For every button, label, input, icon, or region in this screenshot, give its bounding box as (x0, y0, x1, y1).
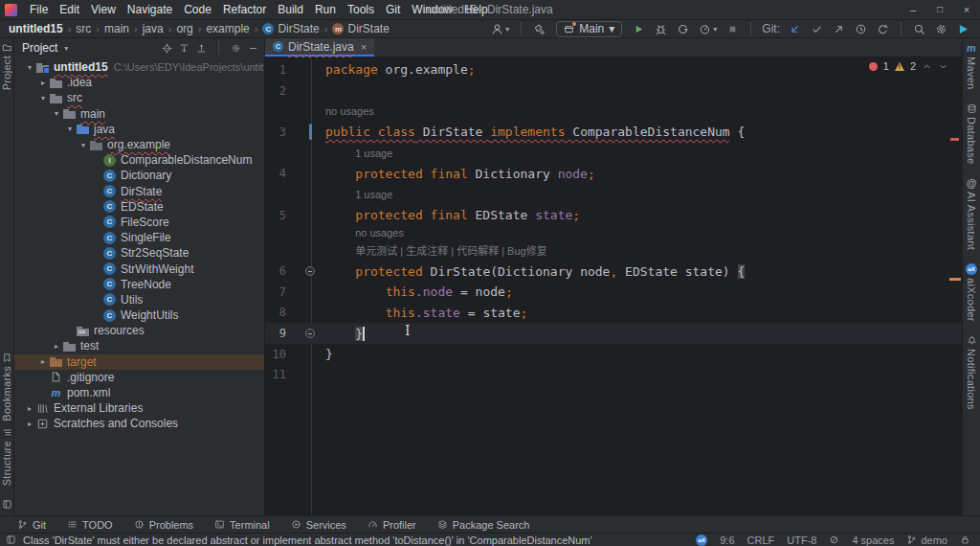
inlay-hint[interactable]: no usages (265, 226, 962, 240)
tool-button-problems[interactable]: Problems (134, 519, 193, 531)
prev-problem-button[interactable] (922, 61, 932, 72)
tree-item-str2seqstate[interactable]: CStr2SeqState (14, 245, 264, 261)
coverage-button[interactable] (674, 22, 692, 36)
tree-item-idea[interactable]: ▸.idea (14, 75, 264, 90)
fold-marker-icon[interactable] (305, 266, 315, 276)
status-9-6[interactable]: 9:6 (720, 535, 734, 546)
breadcrumb-dirstate[interactable]: CDirState (261, 22, 320, 35)
code-line-4[interactable]: 4 protected final Dictionary node; (265, 163, 962, 184)
tree-item-untitled15[interactable]: ▾untitled15C:\Users\EDY\IdeaProjects\unt… (14, 59, 264, 75)
code-line-5[interactable]: 5 protected final EDState state; (265, 205, 962, 226)
code-line-3[interactable]: 3public class DirState implements Compar… (265, 122, 962, 143)
menu-refactor[interactable]: Refactor (217, 3, 272, 16)
tree-item-org-example[interactable]: ▾org.example (14, 137, 264, 152)
tree-item-strwithweight[interactable]: CStrWithWeight (14, 261, 264, 276)
tree-item-utils[interactable]: CUtils (14, 292, 264, 307)
tree-item-dirstate[interactable]: CDirState (14, 184, 264, 199)
settings-button[interactable] (932, 22, 950, 36)
tool-button-package-search[interactable]: Package Search (437, 519, 530, 531)
menu-file[interactable]: File (24, 3, 54, 16)
code-line-1[interactable]: 1package org.example; (265, 59, 962, 80)
code-line-2[interactable]: 2 (265, 80, 962, 102)
breadcrumb-src[interactable]: src (75, 22, 92, 35)
plugin-logo-icon[interactable] (954, 22, 972, 36)
status-4-spaces[interactable]: 4 spaces (852, 535, 894, 546)
tool-button-terminal[interactable]: Terminal (214, 519, 270, 531)
tool-strip-project[interactable]: Project (1, 42, 12, 90)
rollback-button[interactable] (874, 22, 892, 36)
inlay-hint[interactable]: 1 usage (265, 143, 962, 164)
tool-strip-database[interactable]: Database (966, 103, 977, 165)
inlay-hint-text[interactable]: 1 usage (355, 148, 392, 159)
tool-window-layout-icon[interactable] (6, 535, 16, 545)
tree-item-weightutils[interactable]: CWeightUtils (14, 307, 264, 323)
inlay-hint-text[interactable]: 1 usage (355, 189, 392, 200)
git-commit-button[interactable] (808, 22, 826, 36)
tree-item-gitignore[interactable]: .gitignore (14, 370, 264, 385)
collapse-all-button[interactable] (196, 43, 207, 54)
menu-edit[interactable]: Edit (54, 3, 85, 16)
menu-run[interactable]: Run (309, 3, 342, 16)
search-everywhere-button[interactable] (910, 22, 928, 36)
inlay-hint[interactable]: 1 usage (265, 184, 962, 205)
status-demo[interactable]: demo (906, 535, 947, 546)
tab-dirstate-java[interactable]: C DirState.java × (265, 38, 374, 57)
tree-item-dictionary[interactable]: CDictionary (14, 168, 264, 183)
build-button[interactable] (530, 22, 548, 36)
tree-item-edstate[interactable]: CEDState (14, 199, 264, 215)
menu-view[interactable]: View (85, 3, 122, 16)
tool-button-services[interactable]: Services (291, 519, 346, 531)
breadcrumb-main[interactable]: main (103, 22, 130, 35)
minimize-button[interactable]: – (900, 0, 926, 19)
inlay-hint-text[interactable]: 单元测试 | 生成注释 | 代码解释 | Bug修复 (355, 242, 546, 258)
tree-item-resources[interactable]: resources (14, 323, 264, 338)
menu-navigate[interactable]: Navigate (122, 3, 178, 16)
code-line-6[interactable]: 6 protected DirState(Dictionary node, ED… (265, 261, 962, 282)
tree-item-java[interactable]: ▾java (14, 122, 264, 137)
tool-strip-structure[interactable]: Structure (1, 427, 12, 486)
menu-git[interactable]: Git (380, 3, 406, 16)
fold-marker-icon[interactable] (305, 329, 315, 338)
tree-item-comparabledistancenum[interactable]: IComparableDistanceNum (14, 152, 264, 168)
inlay-hint-text[interactable]: no usages (325, 105, 374, 117)
tool-strip-maven[interactable]: mMaven (966, 43, 977, 90)
tree-item-test[interactable]: ▸test (14, 338, 264, 353)
inspections-widget[interactable]: 1 2 (869, 60, 948, 72)
tool-strip-ai-assistant[interactable]: @AI Assistant (966, 177, 977, 250)
code-line-9[interactable]: 9 } (265, 323, 962, 344)
tree-item-src[interactable]: ▾src (14, 90, 264, 105)
chevron-down-icon[interactable]: ▾ (64, 44, 68, 53)
tool-button-todo[interactable]: TODO (67, 519, 113, 531)
code-editor[interactable]: 1package org.example;2no usages3public c… (265, 57, 962, 515)
breadcrumb-dirstate[interactable]: mDirState (331, 22, 390, 35)
stop-button[interactable] (724, 22, 742, 36)
history-button[interactable] (852, 22, 870, 36)
tree-item-main[interactable]: ▾main (14, 106, 264, 122)
run-config-selector[interactable]: Main ▾ (556, 21, 622, 37)
menu-tools[interactable]: Tools (342, 3, 380, 16)
breadcrumb-org[interactable]: org (175, 22, 193, 35)
tree-item-pom-xml[interactable]: mpom.xml (14, 385, 264, 400)
error-stripe-mark[interactable] (950, 138, 959, 141)
debug-button[interactable] (652, 22, 670, 36)
tree-item-singlefile[interactable]: CSingleFile (14, 230, 264, 245)
code-line-10[interactable]: 10} (265, 344, 962, 365)
tool-button-profiler[interactable]: Profiler (368, 519, 416, 531)
inlay-hint[interactable]: no usages (265, 101, 962, 122)
menu-build[interactable]: Build (272, 3, 309, 16)
breadcrumb-java[interactable]: java (142, 22, 165, 35)
status-ax[interactable]: aX (696, 535, 707, 546)
project-panel-title[interactable]: Project (22, 41, 57, 55)
git-push-button[interactable] (830, 22, 848, 36)
tab-close-icon[interactable]: × (361, 41, 367, 53)
tool-strip-bookmarks[interactable]: Bookmarks (1, 353, 12, 421)
tree-item-treenode[interactable]: CTreeNode (14, 277, 264, 292)
code-line-7[interactable]: 7 this.node = node; (265, 282, 962, 303)
status-utf-8[interactable]: UTF-8 (787, 535, 816, 546)
git-update-button[interactable] (786, 22, 804, 36)
tree-item-scratches-and-consoles[interactable]: ▸Scratches and Consoles (14, 416, 264, 431)
breadcrumb-untitled15[interactable]: untitled15 (8, 22, 64, 35)
warning-stripe-mark[interactable] (949, 278, 961, 281)
user-profile-button[interactable]: ▾ (488, 22, 512, 36)
next-problem-button[interactable] (938, 61, 948, 72)
